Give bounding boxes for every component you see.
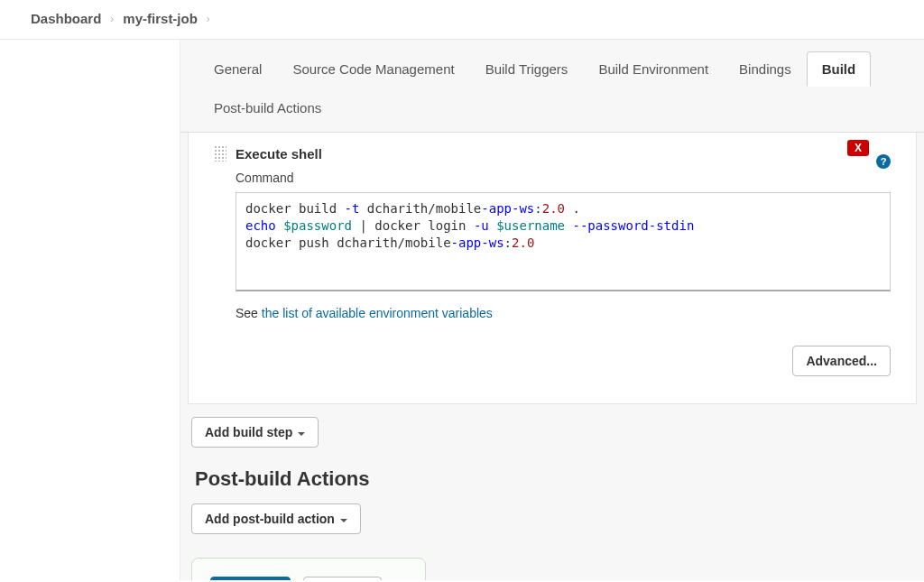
sidebar bbox=[0, 40, 180, 580]
add-post-build-action-button[interactable]: Add post-build action bbox=[191, 503, 361, 534]
config-tabs: General Source Code Management Build Tri… bbox=[180, 40, 924, 133]
save-button[interactable]: Save bbox=[210, 577, 291, 580]
chevron-right-icon: › bbox=[207, 13, 210, 25]
hint-prefix: See bbox=[236, 306, 262, 320]
env-vars-link[interactable]: the list of available environment variab… bbox=[262, 306, 493, 320]
command-textarea[interactable]: docker build -t dcharith/mobile-app-ws:2… bbox=[236, 192, 891, 291]
tab-triggers[interactable]: Build Triggers bbox=[470, 51, 584, 87]
tab-scm[interactable]: Source Code Management bbox=[277, 51, 469, 87]
main-panel: General Source Code Management Build Tri… bbox=[180, 40, 924, 580]
help-icon[interactable]: ? bbox=[876, 154, 891, 169]
step-title: Execute shell bbox=[236, 146, 322, 162]
tab-post-build[interactable]: Post-build Actions bbox=[199, 90, 906, 125]
tab-general[interactable]: General bbox=[199, 51, 277, 87]
tab-env[interactable]: Build Environment bbox=[583, 51, 724, 87]
add-build-step-button[interactable]: Add build step bbox=[191, 417, 319, 448]
breadcrumb-job[interactable]: my-first-job bbox=[123, 11, 198, 26]
env-vars-hint: See the list of available environment va… bbox=[236, 306, 891, 320]
breadcrumb-dashboard[interactable]: Dashboard bbox=[31, 11, 101, 26]
post-build-heading: Post-build Actions bbox=[195, 467, 913, 491]
breadcrumb: Dashboard › my-first-job › bbox=[0, 0, 924, 40]
build-section: X ? Execute shell Command docker build -… bbox=[188, 133, 917, 404]
tab-build[interactable]: Build bbox=[807, 51, 872, 87]
drag-handle-icon[interactable] bbox=[214, 145, 226, 162]
footer-buttons: Save Apply bbox=[191, 558, 426, 580]
command-label: Command bbox=[236, 171, 891, 185]
apply-button[interactable]: Apply bbox=[303, 577, 382, 580]
tab-bindings[interactable]: Bindings bbox=[724, 51, 807, 87]
advanced-button[interactable]: Advanced... bbox=[792, 346, 891, 376]
delete-step-button[interactable]: X bbox=[847, 140, 869, 156]
build-step-execute-shell: X ? Execute shell Command docker build -… bbox=[207, 133, 898, 385]
chevron-right-icon: › bbox=[110, 13, 114, 25]
